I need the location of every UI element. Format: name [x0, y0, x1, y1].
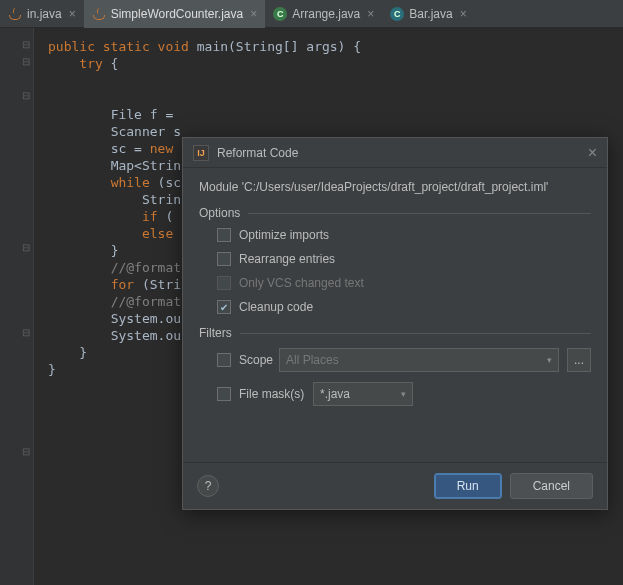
- java-icon: [92, 7, 106, 21]
- class-icon: C: [273, 7, 287, 21]
- dialog-footer: ? Run Cancel: [183, 462, 607, 509]
- cancel-button[interactable]: Cancel: [510, 473, 593, 499]
- dialog-titlebar: IJ Reformat Code ×: [183, 138, 607, 168]
- scope-row: Scope All Places ▾ ...: [217, 348, 591, 372]
- option-vcs-changed: Only VCS changed text: [217, 276, 591, 290]
- tab-label: Arrange.java: [292, 7, 360, 21]
- option-label: Optimize imports: [239, 228, 329, 242]
- chevron-down-icon: ▾: [401, 389, 406, 399]
- tab-arrange[interactable]: C Arrange.java ×: [265, 0, 382, 28]
- tab-bar: in.java × SimpleWordCounter.java × C Arr…: [0, 0, 623, 28]
- filemask-combo[interactable]: *.java ▾: [313, 382, 413, 406]
- dialog-title: Reformat Code: [217, 146, 588, 160]
- checkbox-icon[interactable]: [217, 387, 231, 401]
- checkbox-icon[interactable]: [217, 228, 231, 242]
- options-header: Options: [199, 206, 591, 220]
- close-icon[interactable]: ×: [588, 144, 597, 162]
- help-button[interactable]: ?: [197, 475, 219, 497]
- tab-in-java[interactable]: in.java ×: [0, 0, 84, 28]
- option-label: Only VCS changed text: [239, 276, 364, 290]
- filemask-label: File mask(s): [239, 387, 305, 401]
- tab-label: Bar.java: [409, 7, 452, 21]
- checkbox-icon[interactable]: [217, 252, 231, 266]
- chevron-down-icon: ▾: [547, 355, 552, 365]
- tab-label: in.java: [27, 7, 62, 21]
- option-label: Rearrange entries: [239, 252, 335, 266]
- checkbox-icon[interactable]: [217, 353, 231, 367]
- reformat-dialog: IJ Reformat Code × Module 'C:/Users/user…: [182, 137, 608, 510]
- java-icon: [8, 7, 22, 21]
- tab-simplewordcounter[interactable]: SimpleWordCounter.java ×: [84, 0, 266, 28]
- close-icon[interactable]: ×: [460, 7, 467, 21]
- close-icon[interactable]: ×: [250, 7, 257, 21]
- scope-more-button[interactable]: ...: [567, 348, 591, 372]
- class-icon: C: [390, 7, 404, 21]
- option-rearrange-entries[interactable]: Rearrange entries: [217, 252, 591, 266]
- tab-bar[interactable]: C Bar.java ×: [382, 0, 474, 28]
- checkbox-icon: [217, 276, 231, 290]
- option-optimize-imports[interactable]: Optimize imports: [217, 228, 591, 242]
- option-cleanup-code[interactable]: Cleanup code: [217, 300, 591, 314]
- module-path: Module 'C:/Users/user/IdeaProjects/draft…: [199, 180, 591, 194]
- dialog-body: Module 'C:/Users/user/IdeaProjects/draft…: [183, 168, 607, 462]
- scope-combo[interactable]: All Places ▾: [279, 348, 559, 372]
- gutter: ⊟ ⊟ ⊟ ⊟ ⊟ ⊟: [0, 28, 34, 585]
- checkbox-icon[interactable]: [217, 300, 231, 314]
- run-button[interactable]: Run: [434, 473, 502, 499]
- app-icon: IJ: [193, 145, 209, 161]
- filters-header: Filters: [199, 326, 591, 340]
- close-icon[interactable]: ×: [367, 7, 374, 21]
- tab-label: SimpleWordCounter.java: [111, 7, 244, 21]
- scope-label: Scope: [239, 353, 271, 367]
- close-icon[interactable]: ×: [69, 7, 76, 21]
- filemask-row: File mask(s) *.java ▾: [217, 382, 591, 406]
- option-label: Cleanup code: [239, 300, 313, 314]
